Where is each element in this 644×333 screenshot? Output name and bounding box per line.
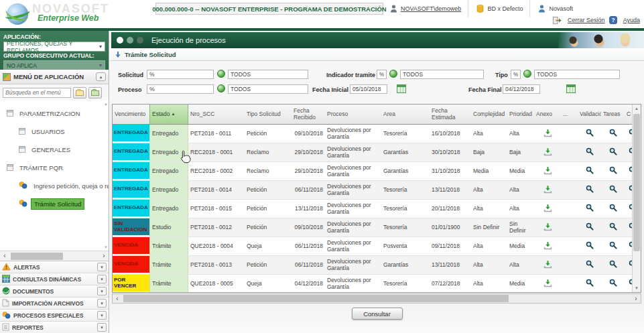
column-header-nro-scc[interactable]: Nro_SCC (188, 105, 245, 124)
validacion-magnifier-icon[interactable] (586, 185, 594, 195)
help-link[interactable]: Ayuda (623, 17, 640, 23)
table-row[interactable]: ENTREGADAEntregadoPET2018 - 0011Petición… (113, 125, 633, 143)
tareas-magnifier-icon[interactable] (609, 129, 617, 139)
column-header-proceso[interactable]: Proceso (325, 105, 381, 124)
scroll-left-icon[interactable]: ‹ (113, 295, 122, 302)
scroll-up-icon[interactable]: ▲ (633, 107, 641, 111)
table-row[interactable]: VENCIDATrámitePET2018 - 0013Petición06/1… (113, 256, 633, 275)
menu-aplicacion-header[interactable]: MENÚ DE APLICACIÓN ▴ (0, 70, 109, 84)
grid-vscroll-thumb[interactable] (633, 114, 640, 251)
anexo-download-icon[interactable] (543, 147, 552, 158)
anexo-download-icon[interactable] (543, 241, 552, 252)
cell-estado[interactable]: Estudio (149, 218, 188, 237)
validacion-magnifier-icon[interactable] (586, 204, 594, 214)
validacion-magnifier-icon[interactable] (586, 147, 594, 157)
tareas-magnifier-icon[interactable] (609, 147, 617, 157)
sidebar-item-procesos-especiales[interactable]: PROCESOS ESPECIALES▾ (0, 310, 109, 322)
table-row[interactable]: SIN VALIDACIONEstudioPET2018 - 0012Petic… (113, 218, 633, 237)
proceso-lookup-icon[interactable] (217, 84, 225, 92)
column-header-validacion[interactable]: Validación (578, 105, 601, 124)
column-header-anexo[interactable]: Anexo (534, 105, 561, 124)
table-row[interactable]: ENTREGADAEntregadoPET2018 - 0014Petición… (113, 181, 633, 200)
validacion-magnifier-icon[interactable] (586, 166, 594, 176)
anexo-download-icon[interactable] (543, 204, 552, 214)
column-header-fecha-estimada[interactable]: Fecha Estimada (430, 105, 471, 124)
fecha-final-input[interactable] (503, 84, 540, 94)
anexo-download-icon[interactable] (543, 222, 552, 233)
grupo-consecutivo-select[interactable]: NO APLICA ▾ (3, 60, 105, 70)
column-header-vencimiento[interactable]: Vencimiento (113, 105, 149, 124)
solicitud-input[interactable] (147, 70, 214, 79)
grid-hscroll-thumb[interactable] (123, 295, 509, 302)
tipo-lookup-icon[interactable] (523, 70, 531, 78)
table-row[interactable]: ENTREGADAEntregadoPET2018 - 0015Petición… (113, 200, 633, 218)
tipo-input[interactable] (511, 70, 521, 79)
grid-horizontal-scrollbar[interactable]: ‹ › (112, 293, 641, 304)
tareas-magnifier-icon[interactable] (609, 222, 617, 232)
column-header-prioridad[interactable]: Prioridad (507, 105, 534, 124)
collapse-all-button[interactable] (88, 87, 102, 98)
cell-estado[interactable]: Entregado (149, 162, 188, 180)
logout-link[interactable]: Cerrar Sesión (568, 17, 605, 23)
column-header-tareas[interactable]: Tareas (601, 105, 625, 124)
chevron-down-icon[interactable]: ▾ (97, 311, 107, 320)
column-header-area[interactable]: Area (381, 105, 430, 124)
validacion-magnifier-icon[interactable] (586, 279, 594, 289)
tree-item-generales[interactable]: GENERALES (0, 141, 109, 159)
tree-scroll-down-icon[interactable]: ▼ (104, 245, 108, 249)
fecha-inicial-calendar-icon[interactable] (397, 84, 406, 93)
column-header-estado[interactable]: Estado▲ (149, 105, 188, 124)
anexo-download-icon[interactable] (543, 260, 552, 271)
grid-hscroll-track[interactable] (122, 295, 631, 302)
tareas-magnifier-icon[interactable] (609, 204, 617, 214)
consultar-button[interactable]: Consultar (352, 308, 403, 320)
fecha-inicial-input[interactable] (350, 84, 387, 94)
proceso-input[interactable] (147, 84, 214, 94)
solicitud-todos-input[interactable] (228, 70, 308, 79)
tree-item-ingreso-peticion-queja-o-recla[interactable]: Ingreso petición, queja o recla (0, 177, 109, 195)
sidebar-hscroll-thumb[interactable] (11, 253, 63, 260)
chevron-down-icon[interactable]: ▾ (97, 263, 107, 271)
tareas-magnifier-icon[interactable] (609, 166, 617, 176)
anexo-download-icon[interactable] (543, 129, 552, 139)
column-header-fecha-recibido[interactable]: Fecha Recibido (292, 105, 325, 124)
column-header-tipo-solicitud[interactable]: Tipo Solicitud (245, 105, 292, 124)
scroll-down-icon[interactable]: ▼ (633, 286, 641, 290)
tareas-magnifier-icon[interactable] (609, 241, 617, 251)
validacion-magnifier-icon[interactable] (586, 260, 594, 270)
table-row[interactable]: POR VENCERTrámiteQUE2018 - 0005Queja04/1… (113, 275, 633, 292)
tareas-magnifier-icon[interactable] (609, 260, 617, 270)
proceso-todos-input[interactable] (228, 84, 308, 94)
grid-vertical-scrollbar[interactable]: ▲ ▼ (632, 105, 641, 292)
sidebar-item-alertas[interactable]: ALERTAS▾ (0, 261, 109, 273)
aplicacion-select[interactable]: PETICIONES, QUEJAS Y RECLAMOS ▾ (3, 42, 105, 52)
cell-estado[interactable]: Entregado (149, 125, 188, 143)
solicitud-lookup-icon[interactable] (217, 70, 225, 78)
chevron-down-icon[interactable]: ▾ (97, 323, 107, 332)
table-row[interactable]: ENTREGADAEntregadoREC2018 - 0001Reclamo2… (113, 143, 633, 162)
cell-estado[interactable]: Trámite (149, 275, 188, 292)
sidebar-item-reportes[interactable]: REPORTES▾ (0, 322, 109, 333)
collapse-panel-button[interactable]: ▴ (96, 72, 106, 81)
validacion-magnifier-icon[interactable] (586, 129, 594, 139)
scroll-left-icon[interactable]: ‹ (0, 253, 9, 259)
anexo-download-icon[interactable] (543, 166, 552, 177)
cell-estado[interactable]: Trámite (149, 256, 188, 274)
chevron-down-icon[interactable]: ▾ (97, 299, 107, 308)
cell-estado[interactable]: Entregado (149, 181, 188, 199)
scroll-right-icon[interactable]: › (631, 295, 641, 302)
tipo-todos-input[interactable] (534, 70, 620, 79)
expand-all-button[interactable] (73, 87, 86, 98)
sidebar-item-importacion-archivos[interactable]: IMPORTACIÓN ARCHIVOS▾ (0, 297, 109, 310)
anexo-download-icon[interactable] (543, 185, 552, 196)
scroll-right-icon[interactable]: › (99, 253, 109, 259)
chevron-down-icon[interactable]: ▾ (97, 275, 107, 283)
tree-item-usuarios[interactable]: USUARIOS (0, 123, 109, 141)
sidebar-item-consultas-dinamicas[interactable]: CONSULTAS DINÁMICAS▾ (0, 273, 109, 285)
cell-estado[interactable]: Entregado (149, 143, 188, 161)
indicador-input[interactable] (377, 70, 387, 79)
tree-item-tramite-pqr[interactable]: TRÁMITE PQR (0, 159, 109, 177)
cell-estado[interactable]: Entregado (149, 200, 188, 218)
table-row[interactable]: ENTREGADAEntregadoREC2018 - 0002Reclamo2… (113, 162, 633, 181)
column-header-complejidad[interactable]: Complejidad (471, 105, 507, 124)
